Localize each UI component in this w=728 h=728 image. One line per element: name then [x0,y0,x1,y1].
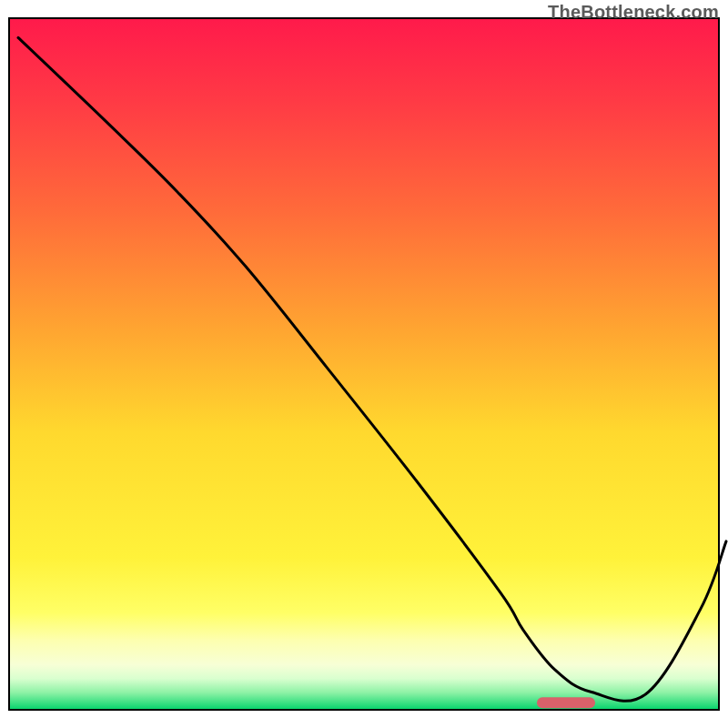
chart-stage: TheBottleneck.com [0,0,728,728]
plot-background [9,18,719,710]
watermark-text: TheBottleneck.com [548,2,719,23]
optimal-marker [537,697,595,708]
bottleneck-chart [0,0,728,728]
